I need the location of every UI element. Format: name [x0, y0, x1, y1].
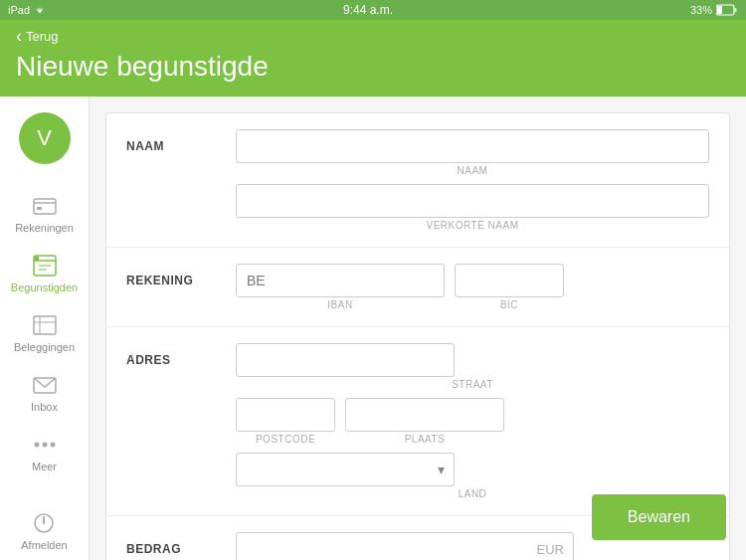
straat-input[interactable]: [236, 343, 455, 377]
plaats-input[interactable]: [345, 398, 504, 432]
naam-section: NAAM NAAM VERKORTE NAAM: [106, 113, 729, 248]
svg-point-14: [34, 443, 39, 448]
save-area: Bewaren: [592, 494, 726, 540]
naam-label: NAAM: [126, 129, 236, 153]
svg-rect-9: [35, 257, 39, 261]
straat-wrapper: STRAAT: [236, 343, 709, 390]
sidebar-label-inbox: Inbox: [31, 401, 58, 413]
battery-label: 33%: [690, 4, 712, 16]
beleggingen-icon: [31, 313, 59, 337]
content-area: NAAM NAAM VERKORTE NAAM REKENING: [90, 96, 746, 560]
sidebar-label-beleggingen: Beleggingen: [14, 341, 75, 353]
status-bar: iPad 9:44 a.m. 33%: [0, 0, 746, 20]
bedrag-input[interactable]: [236, 532, 574, 560]
meer-icon: [31, 433, 59, 457]
land-select-wrapper: [236, 453, 455, 486]
iban-hint: IBAN: [236, 299, 445, 310]
iban-wrapper: IBAN: [236, 264, 445, 310]
naam-hint: NAAM: [236, 165, 709, 176]
naam-input[interactable]: [236, 129, 709, 163]
adres-label: ADRES: [126, 343, 236, 367]
main-layout: V Rekeningen: [0, 96, 746, 560]
bedrag-label: BEDRAG: [126, 532, 236, 556]
svg-rect-4: [37, 207, 42, 210]
svg-rect-1: [735, 8, 737, 12]
amount-wrapper: EUR: [236, 532, 574, 560]
page-title: Nieuwe begunstigde: [16, 51, 730, 83]
adres-section: ADRES STRAAT POSTCODE PLAATS: [106, 327, 729, 516]
postcode-hint: POSTCODE: [236, 434, 335, 445]
rekeningen-icon: [31, 194, 59, 218]
svg-point-15: [42, 443, 47, 448]
sidebar-item-inbox[interactable]: Inbox: [0, 363, 89, 423]
bic-hint: BIC: [455, 299, 564, 310]
sidebar-bottom: Afmelden: [21, 501, 67, 560]
svg-point-16: [50, 443, 55, 448]
form-card: NAAM NAAM VERKORTE NAAM REKENING: [105, 112, 730, 560]
iban-bic-group: IBAN BIC: [236, 264, 709, 310]
status-left: iPad: [8, 4, 46, 16]
sidebar-item-begunstigden[interactable]: Begunstigden: [0, 244, 89, 303]
land-select[interactable]: [236, 453, 455, 486]
sidebar-item-meer[interactable]: Meer: [0, 423, 89, 482]
battery-icon: [716, 4, 738, 16]
svg-rect-10: [34, 316, 56, 334]
postcode-wrapper: POSTCODE: [236, 398, 335, 445]
sidebar-label-meer: Meer: [32, 461, 57, 472]
postcode-input[interactable]: [236, 398, 335, 432]
rekening-fields: IBAN BIC: [236, 264, 709, 310]
verkorte-naam-input[interactable]: [236, 184, 709, 218]
status-time: 9:44 a.m.: [343, 3, 393, 17]
postcode-plaats-group: POSTCODE PLAATS: [236, 398, 709, 445]
wifi-icon: [34, 5, 46, 15]
verkorte-naam-hint: VERKORTE NAAM: [236, 220, 709, 231]
naam-field-wrapper: NAAM: [236, 129, 709, 176]
afmelden-icon: [30, 511, 58, 535]
svg-rect-3: [34, 199, 56, 214]
rekening-label: REKENING: [126, 264, 236, 287]
status-right: 33%: [690, 4, 738, 16]
sidebar-item-beleggingen[interactable]: Beleggingen: [0, 303, 89, 363]
adres-fields: STRAAT POSTCODE PLAATS: [236, 343, 709, 499]
inbox-icon: [31, 373, 59, 397]
bic-input[interactable]: [455, 264, 564, 297]
straat-hint: STRAAT: [236, 379, 709, 390]
svg-rect-2: [717, 6, 722, 14]
rekening-section: REKENING IBAN BIC: [106, 248, 729, 327]
land-wrapper: LAND: [236, 453, 709, 499]
naam-fields: NAAM VERKORTE NAAM: [236, 129, 709, 231]
page-header: Terug Nieuwe begunstigde: [0, 20, 746, 96]
currency-label: EUR: [537, 542, 564, 557]
back-button[interactable]: Terug: [16, 26, 730, 47]
device-label: iPad: [8, 4, 30, 16]
sidebar-label-rekeningen: Rekeningen: [15, 222, 74, 234]
begunstigden-icon: [31, 254, 59, 278]
iban-input[interactable]: [236, 264, 445, 297]
bic-wrapper: BIC: [455, 264, 564, 310]
save-button[interactable]: Bewaren: [592, 494, 726, 540]
sidebar-item-afmelden[interactable]: Afmelden: [21, 501, 67, 560]
plaats-hint: PLAATS: [345, 434, 504, 445]
sidebar-item-rekeningen[interactable]: Rekeningen: [0, 184, 89, 244]
avatar: V: [19, 112, 71, 164]
plaats-wrapper: PLAATS: [345, 398, 504, 445]
sidebar: V Rekeningen: [0, 96, 90, 560]
sidebar-label-afmelden: Afmelden: [21, 539, 67, 551]
verkorte-naam-field-wrapper: VERKORTE NAAM: [236, 184, 709, 231]
sidebar-label-begunstigden: Begunstigden: [11, 281, 78, 293]
